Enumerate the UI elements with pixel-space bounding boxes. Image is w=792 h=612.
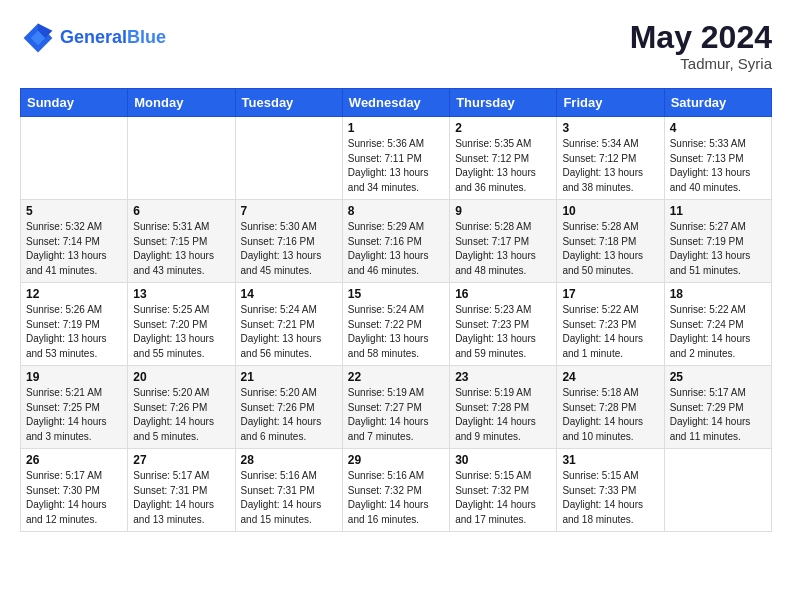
logo-blue: Blue — [127, 27, 166, 47]
calendar-cell: 14Sunrise: 5:24 AM Sunset: 7:21 PM Dayli… — [235, 283, 342, 366]
day-number: 14 — [241, 287, 337, 301]
calendar-body: 1Sunrise: 5:36 AM Sunset: 7:11 PM Daylig… — [21, 117, 772, 532]
calendar-cell: 10Sunrise: 5:28 AM Sunset: 7:18 PM Dayli… — [557, 200, 664, 283]
day-number: 29 — [348, 453, 444, 467]
weekday-wednesday: Wednesday — [342, 89, 449, 117]
calendar-cell: 6Sunrise: 5:31 AM Sunset: 7:15 PM Daylig… — [128, 200, 235, 283]
day-number: 21 — [241, 370, 337, 384]
day-info: Sunrise: 5:22 AM Sunset: 7:23 PM Dayligh… — [562, 303, 658, 361]
calendar-cell: 15Sunrise: 5:24 AM Sunset: 7:22 PM Dayli… — [342, 283, 449, 366]
weekday-thursday: Thursday — [450, 89, 557, 117]
calendar-table: SundayMondayTuesdayWednesdayThursdayFrid… — [20, 88, 772, 532]
day-info: Sunrise: 5:26 AM Sunset: 7:19 PM Dayligh… — [26, 303, 122, 361]
day-number: 13 — [133, 287, 229, 301]
day-info: Sunrise: 5:17 AM Sunset: 7:30 PM Dayligh… — [26, 469, 122, 527]
day-number: 15 — [348, 287, 444, 301]
weekday-header-row: SundayMondayTuesdayWednesdayThursdayFrid… — [21, 89, 772, 117]
calendar-cell: 7Sunrise: 5:30 AM Sunset: 7:16 PM Daylig… — [235, 200, 342, 283]
day-number: 8 — [348, 204, 444, 218]
day-number: 22 — [348, 370, 444, 384]
day-number: 17 — [562, 287, 658, 301]
day-number: 5 — [26, 204, 122, 218]
weekday-saturday: Saturday — [664, 89, 771, 117]
day-number: 10 — [562, 204, 658, 218]
calendar-cell: 25Sunrise: 5:17 AM Sunset: 7:29 PM Dayli… — [664, 366, 771, 449]
weekday-sunday: Sunday — [21, 89, 128, 117]
day-info: Sunrise: 5:19 AM Sunset: 7:28 PM Dayligh… — [455, 386, 551, 444]
day-info: Sunrise: 5:32 AM Sunset: 7:14 PM Dayligh… — [26, 220, 122, 278]
day-number: 6 — [133, 204, 229, 218]
page-header: GeneralBlue May 2024 Tadmur, Syria — [20, 20, 772, 72]
day-info: Sunrise: 5:27 AM Sunset: 7:19 PM Dayligh… — [670, 220, 766, 278]
calendar-cell: 28Sunrise: 5:16 AM Sunset: 7:31 PM Dayli… — [235, 449, 342, 532]
calendar-cell: 13Sunrise: 5:25 AM Sunset: 7:20 PM Dayli… — [128, 283, 235, 366]
day-info: Sunrise: 5:17 AM Sunset: 7:31 PM Dayligh… — [133, 469, 229, 527]
weekday-tuesday: Tuesday — [235, 89, 342, 117]
calendar-cell — [21, 117, 128, 200]
day-info: Sunrise: 5:16 AM Sunset: 7:32 PM Dayligh… — [348, 469, 444, 527]
calendar-week-1: 1Sunrise: 5:36 AM Sunset: 7:11 PM Daylig… — [21, 117, 772, 200]
title-block: May 2024 Tadmur, Syria — [630, 20, 772, 72]
calendar-cell: 12Sunrise: 5:26 AM Sunset: 7:19 PM Dayli… — [21, 283, 128, 366]
calendar-cell: 3Sunrise: 5:34 AM Sunset: 7:12 PM Daylig… — [557, 117, 664, 200]
day-number: 16 — [455, 287, 551, 301]
day-info: Sunrise: 5:29 AM Sunset: 7:16 PM Dayligh… — [348, 220, 444, 278]
logo-icon — [20, 20, 56, 56]
day-number: 26 — [26, 453, 122, 467]
weekday-monday: Monday — [128, 89, 235, 117]
logo-general: General — [60, 27, 127, 47]
day-info: Sunrise: 5:20 AM Sunset: 7:26 PM Dayligh… — [241, 386, 337, 444]
day-info: Sunrise: 5:31 AM Sunset: 7:15 PM Dayligh… — [133, 220, 229, 278]
day-info: Sunrise: 5:17 AM Sunset: 7:29 PM Dayligh… — [670, 386, 766, 444]
day-number: 1 — [348, 121, 444, 135]
day-info: Sunrise: 5:15 AM Sunset: 7:32 PM Dayligh… — [455, 469, 551, 527]
day-info: Sunrise: 5:34 AM Sunset: 7:12 PM Dayligh… — [562, 137, 658, 195]
day-number: 23 — [455, 370, 551, 384]
calendar-week-3: 12Sunrise: 5:26 AM Sunset: 7:19 PM Dayli… — [21, 283, 772, 366]
day-number: 7 — [241, 204, 337, 218]
calendar-cell: 1Sunrise: 5:36 AM Sunset: 7:11 PM Daylig… — [342, 117, 449, 200]
calendar-cell — [664, 449, 771, 532]
calendar-cell: 19Sunrise: 5:21 AM Sunset: 7:25 PM Dayli… — [21, 366, 128, 449]
calendar-cell: 9Sunrise: 5:28 AM Sunset: 7:17 PM Daylig… — [450, 200, 557, 283]
day-number: 12 — [26, 287, 122, 301]
day-number: 2 — [455, 121, 551, 135]
calendar-cell: 29Sunrise: 5:16 AM Sunset: 7:32 PM Dayli… — [342, 449, 449, 532]
day-info: Sunrise: 5:24 AM Sunset: 7:21 PM Dayligh… — [241, 303, 337, 361]
day-info: Sunrise: 5:19 AM Sunset: 7:27 PM Dayligh… — [348, 386, 444, 444]
day-info: Sunrise: 5:28 AM Sunset: 7:18 PM Dayligh… — [562, 220, 658, 278]
month-year: May 2024 — [630, 20, 772, 55]
day-number: 19 — [26, 370, 122, 384]
day-info: Sunrise: 5:23 AM Sunset: 7:23 PM Dayligh… — [455, 303, 551, 361]
day-number: 28 — [241, 453, 337, 467]
day-info: Sunrise: 5:36 AM Sunset: 7:11 PM Dayligh… — [348, 137, 444, 195]
calendar-cell — [128, 117, 235, 200]
day-info: Sunrise: 5:30 AM Sunset: 7:16 PM Dayligh… — [241, 220, 337, 278]
calendar-cell: 16Sunrise: 5:23 AM Sunset: 7:23 PM Dayli… — [450, 283, 557, 366]
logo-text: GeneralBlue — [60, 28, 166, 48]
calendar-week-4: 19Sunrise: 5:21 AM Sunset: 7:25 PM Dayli… — [21, 366, 772, 449]
calendar-cell: 18Sunrise: 5:22 AM Sunset: 7:24 PM Dayli… — [664, 283, 771, 366]
day-number: 27 — [133, 453, 229, 467]
logo: GeneralBlue — [20, 20, 166, 56]
calendar-cell: 27Sunrise: 5:17 AM Sunset: 7:31 PM Dayli… — [128, 449, 235, 532]
day-number: 4 — [670, 121, 766, 135]
day-number: 3 — [562, 121, 658, 135]
day-info: Sunrise: 5:24 AM Sunset: 7:22 PM Dayligh… — [348, 303, 444, 361]
day-info: Sunrise: 5:22 AM Sunset: 7:24 PM Dayligh… — [670, 303, 766, 361]
calendar-cell: 31Sunrise: 5:15 AM Sunset: 7:33 PM Dayli… — [557, 449, 664, 532]
calendar-cell: 22Sunrise: 5:19 AM Sunset: 7:27 PM Dayli… — [342, 366, 449, 449]
day-number: 25 — [670, 370, 766, 384]
day-number: 9 — [455, 204, 551, 218]
calendar-cell: 24Sunrise: 5:18 AM Sunset: 7:28 PM Dayli… — [557, 366, 664, 449]
day-info: Sunrise: 5:33 AM Sunset: 7:13 PM Dayligh… — [670, 137, 766, 195]
day-info: Sunrise: 5:28 AM Sunset: 7:17 PM Dayligh… — [455, 220, 551, 278]
day-number: 30 — [455, 453, 551, 467]
weekday-friday: Friday — [557, 89, 664, 117]
calendar-cell: 2Sunrise: 5:35 AM Sunset: 7:12 PM Daylig… — [450, 117, 557, 200]
day-number: 18 — [670, 287, 766, 301]
calendar-cell: 8Sunrise: 5:29 AM Sunset: 7:16 PM Daylig… — [342, 200, 449, 283]
day-number: 11 — [670, 204, 766, 218]
location: Tadmur, Syria — [630, 55, 772, 72]
day-number: 24 — [562, 370, 658, 384]
